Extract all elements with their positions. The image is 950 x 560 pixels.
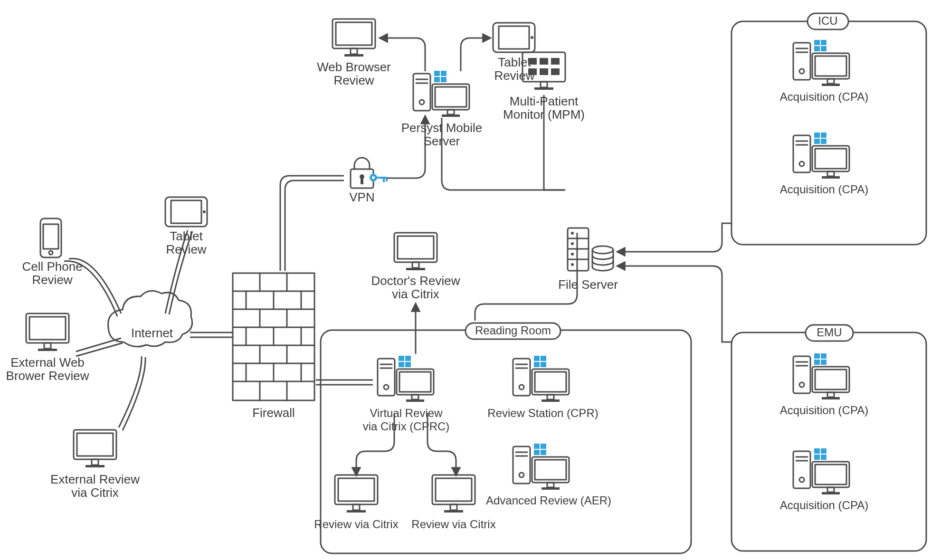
node-acq-icu1 — [793, 40, 849, 86]
workstation-icon — [378, 356, 434, 402]
citrix-b-label: Review via Citrix — [411, 518, 495, 531]
node-acq-icu2 — [793, 133, 849, 179]
tablet-icon — [165, 197, 207, 227]
workstation-icon — [413, 71, 469, 117]
node-cell-phone-review — [40, 218, 61, 257]
node-acq-emu2 — [793, 448, 849, 494]
mpm-label: Multi-PatientMonitor (MPM) — [503, 94, 585, 122]
emu-label: EMU — [817, 326, 842, 339]
desktop-monitor-icon — [26, 313, 69, 351]
citrix-a-label: Review via Citrix — [314, 518, 398, 531]
icu1-label: Acquisition (CPA) — [780, 90, 868, 103]
node-doctors-citrix — [394, 233, 437, 270]
cprc-label: Virtual Reviewvia Citrix (CPRC) — [363, 407, 450, 433]
node-ext-web-browser — [26, 313, 69, 351]
lock-icon — [351, 158, 388, 188]
icu-label: ICU — [818, 14, 837, 27]
node-web-browser-review — [332, 19, 375, 57]
vpn-label: VPN — [349, 190, 374, 204]
desktop-monitor-icon — [74, 430, 116, 467]
workstation-icon — [793, 448, 849, 494]
emu1-label: Acquisition (CPA) — [780, 404, 868, 417]
node-file-server — [568, 228, 613, 271]
workstation-icon — [513, 356, 569, 402]
node-virtual-review-cprc — [378, 356, 434, 402]
svg-rect-48 — [732, 21, 926, 245]
workstation-icon — [793, 353, 849, 399]
ext-citrix-label: External Reviewvia Citrix — [50, 472, 140, 500]
tablet-icon — [493, 23, 535, 52]
node-tablet-int — [493, 23, 535, 52]
firewall-label: Firewall — [252, 406, 295, 420]
desktop-monitor-icon — [432, 475, 475, 513]
aer-label: Advanced Review (AER) — [486, 494, 611, 507]
node-review-citrix-b — [432, 475, 475, 513]
server-rack-icon — [568, 228, 613, 271]
desktop-monitor-icon — [394, 233, 437, 270]
file-server-label: File Server — [558, 277, 618, 292]
icu2-label: Acquisition (CPA) — [780, 183, 868, 196]
reading-room-label: Reading Room — [475, 324, 551, 337]
group-icu: ICU — [732, 13, 926, 245]
workstation-icon — [793, 40, 849, 86]
web-browser-label: Web BrowserReview — [317, 60, 391, 87]
cpr-label: Review Station (CPR) — [487, 407, 598, 419]
phone-icon — [40, 218, 61, 257]
node-advanced-review-aer — [513, 444, 569, 490]
node-review-citrix-a — [335, 475, 378, 513]
node-review-station-cpr — [513, 356, 569, 402]
node-ext-review-citrix — [74, 430, 116, 467]
desktop-monitor-icon — [335, 475, 378, 513]
emu2-label: Acquisition (CPA) — [780, 499, 868, 512]
tablet-ext-label: TabletReview — [166, 229, 206, 256]
desktop-monitor-icon — [332, 19, 375, 57]
ext-web-label: External WebBrower Review — [6, 355, 89, 383]
node-vpn — [351, 158, 388, 188]
group-emu: EMU — [732, 325, 926, 551]
node-tablet-ext — [165, 197, 207, 227]
workstation-icon — [513, 444, 569, 490]
persyst-label: Persyst MobileServer — [401, 121, 483, 148]
internet-label: Internet — [131, 326, 173, 340]
doctors-citrix-label: Doctor's Reviewvia Citrix — [371, 274, 460, 301]
workstation-icon — [793, 133, 849, 179]
node-persyst-mobile — [413, 71, 469, 117]
cell-phone-label: Cell PhoneReview — [22, 259, 82, 287]
node-firewall — [233, 273, 314, 400]
svg-rect-50 — [732, 332, 926, 551]
node-acq-emu1 — [793, 353, 849, 399]
diagram-canvas: ICU EMU Reading Room Cell PhoneReview Ex… — [0, 0, 950, 560]
